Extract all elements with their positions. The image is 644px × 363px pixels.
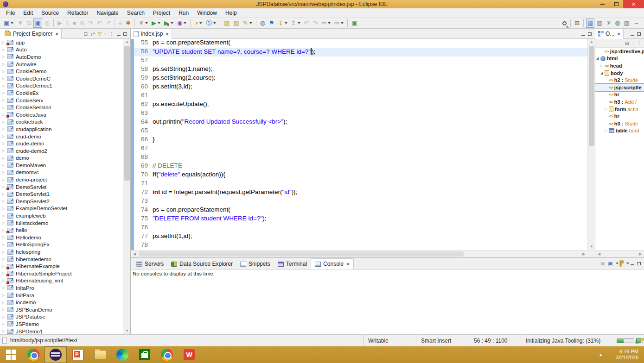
dropdown-caret[interactable] xyxy=(249,22,252,24)
project-hello[interactable]: hello xyxy=(0,226,123,234)
expand-arrow-icon[interactable] xyxy=(2,178,6,182)
taskbar-start-button[interactable] xyxy=(0,346,22,363)
project-helospring[interactable]: helospring xyxy=(0,248,123,256)
project-CookieServ[interactable]: CookieServ xyxy=(0,97,123,104)
expand-arrow-icon[interactable] xyxy=(2,185,6,189)
outline-hr[interactable]: hr xyxy=(595,113,644,120)
perspective-other-icon[interactable]: ⇔ xyxy=(632,19,641,28)
project-JSPDemo1[interactable]: JSPDemo1 xyxy=(0,328,123,334)
back-history-icon[interactable]: ⇦ xyxy=(320,19,332,28)
project-Auto[interactable]: Auto xyxy=(0,46,123,54)
project-DemoMaven[interactable]: DemoMaven xyxy=(0,162,123,169)
dropdown-caret[interactable] xyxy=(328,22,331,24)
tab-servers[interactable]: Servers xyxy=(133,258,167,269)
expand-arrow-icon[interactable] xyxy=(2,192,6,196)
save-icon[interactable]: ▼ xyxy=(16,19,25,28)
project-app[interactable]: app xyxy=(0,39,123,46)
taskbar-file-explorer-button[interactable] xyxy=(89,346,111,363)
step-over-icon[interactable]: ↶ xyxy=(96,19,103,28)
close-button[interactable] xyxy=(623,0,644,8)
notification-bulb-icon[interactable] xyxy=(641,338,644,341)
expand-arrow-icon[interactable] xyxy=(2,106,6,110)
minimize-panel-icon[interactable] xyxy=(631,259,634,268)
expand-arrow-icon[interactable] xyxy=(2,279,6,283)
next-annotation-icon[interactable]: ↧ xyxy=(277,19,289,28)
project-crude-demo2[interactable]: crude-demo2 xyxy=(0,147,123,155)
expand-arrow-icon[interactable] xyxy=(2,307,6,312)
expand-arrow-icon[interactable] xyxy=(2,120,6,124)
editor-vertical-scrollbar[interactable]: ▲ ▼ xyxy=(587,39,595,250)
open-resource-icon[interactable]: ▧ xyxy=(232,19,240,28)
menu-navigate[interactable]: Navigate xyxy=(92,8,122,18)
maximize-panel-icon[interactable] xyxy=(637,29,641,38)
outline-h2-[interactable]: h2 :Stude xyxy=(595,76,644,84)
taskbar-powerpoint-button[interactable] xyxy=(67,346,89,363)
taskbar-edge-button[interactable] xyxy=(111,346,134,363)
scroll-right-icon[interactable]: ▶ xyxy=(637,251,644,257)
web-browser-icon[interactable]: ◍ xyxy=(259,19,267,28)
skip-breakpoints-icon[interactable]: ≡ xyxy=(117,19,124,28)
dropdown-caret[interactable] xyxy=(626,263,629,264)
suspend-icon[interactable]: ∥ xyxy=(64,19,70,28)
scroll-thumb[interactable] xyxy=(124,46,130,181)
project-exampleweb[interactable]: exampleweb xyxy=(0,212,123,219)
project-tree[interactable]: appAutoAutoDemoAutowireCookieDemoCookieD… xyxy=(0,39,123,334)
expand-arrow-icon[interactable] xyxy=(2,207,6,211)
editor-horizontal-scrollbar[interactable]: ◀ ▶ xyxy=(131,250,587,257)
outline-body[interactable]: body xyxy=(595,69,644,77)
project-CookieSession[interactable]: CookieSession xyxy=(0,104,123,111)
expand-arrow-icon[interactable] xyxy=(2,243,6,247)
project-DemoServlet[interactable]: DemoServlet xyxy=(0,183,123,191)
redo-icon[interactable]: ↷ xyxy=(311,19,319,28)
dropdown-caret[interactable] xyxy=(145,22,148,24)
step-return-icon[interactable]: ↗ xyxy=(104,19,112,28)
project-demo[interactable]: demo xyxy=(0,155,123,162)
quick-access-search-icon[interactable] xyxy=(561,19,568,28)
expand-arrow-icon[interactable] xyxy=(2,250,6,254)
project-iocdemo[interactable]: iocdemo xyxy=(0,299,123,306)
dropdown-caret[interactable] xyxy=(184,22,186,24)
undo-icon[interactable]: ↶ xyxy=(303,19,311,28)
project-Autowire[interactable]: Autowire xyxy=(0,61,123,68)
taskbar-wps-button[interactable]: W xyxy=(178,346,200,363)
java-search-icon[interactable]: Ⓢ xyxy=(204,19,217,28)
expand-arrow-icon[interactable] xyxy=(2,214,6,218)
scroll-left-icon[interactable]: ◀ xyxy=(595,251,603,257)
open-perspective-icon[interactable]: ⊞ xyxy=(573,19,581,28)
scroll-thumb[interactable] xyxy=(589,46,594,146)
code-line-72[interactable]: 72int id = Integer.parseInt(request.getP… xyxy=(134,188,587,197)
project-HelloSpringEx[interactable]: HelloSpringEx xyxy=(0,241,123,249)
filter-icon[interactable] xyxy=(98,29,102,38)
code-line-59[interactable]: 59ps.setString(2,course); xyxy=(134,74,587,83)
display-selected-console-icon[interactable]: ▣ xyxy=(608,259,612,268)
expand-arrow-icon[interactable] xyxy=(2,55,6,59)
taskbar-clock[interactable]: 6:16 PM 3/21/2026 xyxy=(616,349,638,361)
new-wizard-icon[interactable]: ▣ xyxy=(2,19,15,28)
project-hibernatedemo[interactable]: hibernatedemo xyxy=(0,256,123,263)
project-cookietrack[interactable]: cookietrack xyxy=(0,119,123,126)
minimize-panel-icon[interactable] xyxy=(117,29,121,38)
outline-jsp-scriptle[interactable]: jsp:scriptle xyxy=(595,84,644,91)
perspective-web-icon[interactable]: ◍ xyxy=(613,19,621,28)
pin-editor-icon[interactable]: ▣ xyxy=(350,19,358,28)
expand-arrow-icon[interactable] xyxy=(2,163,6,167)
project-crudapplication[interactable]: crudapplication xyxy=(0,125,123,133)
run-last-launch-icon[interactable]: ✱ xyxy=(124,19,132,28)
project-fullstackdemo[interactable]: fullstackdemo xyxy=(0,219,123,227)
expand-arrow-icon[interactable] xyxy=(2,300,6,305)
scroll-up-icon[interactable]: ▲ xyxy=(588,39,595,45)
code-line-70[interactable]: 70if("delete".equals(action)){ xyxy=(134,171,587,180)
dropdown-caret[interactable] xyxy=(11,22,13,24)
code-editor[interactable]: 55ps = con.prepareStatement(56"UPDATE st… xyxy=(131,39,587,250)
minimize-panel-icon[interactable] xyxy=(631,29,634,38)
scroll-up-icon[interactable]: ▲ xyxy=(123,39,131,45)
expand-arrow-icon[interactable] xyxy=(2,113,6,117)
project-CookieDemoc1[interactable]: CookieDemoc1 xyxy=(0,82,123,90)
code-line-65[interactable]: 65 xyxy=(134,127,587,136)
terminate-icon[interactable]: ■ xyxy=(71,19,78,28)
project-CookiesJava[interactable]: CookiesJava xyxy=(0,111,123,119)
expand-arrow-icon[interactable] xyxy=(2,149,6,153)
close-icon[interactable] xyxy=(55,31,58,37)
code-line-77[interactable]: 77ps.setInt(1,id); xyxy=(134,232,587,241)
tab-terminal[interactable]: Terminal xyxy=(274,258,311,269)
